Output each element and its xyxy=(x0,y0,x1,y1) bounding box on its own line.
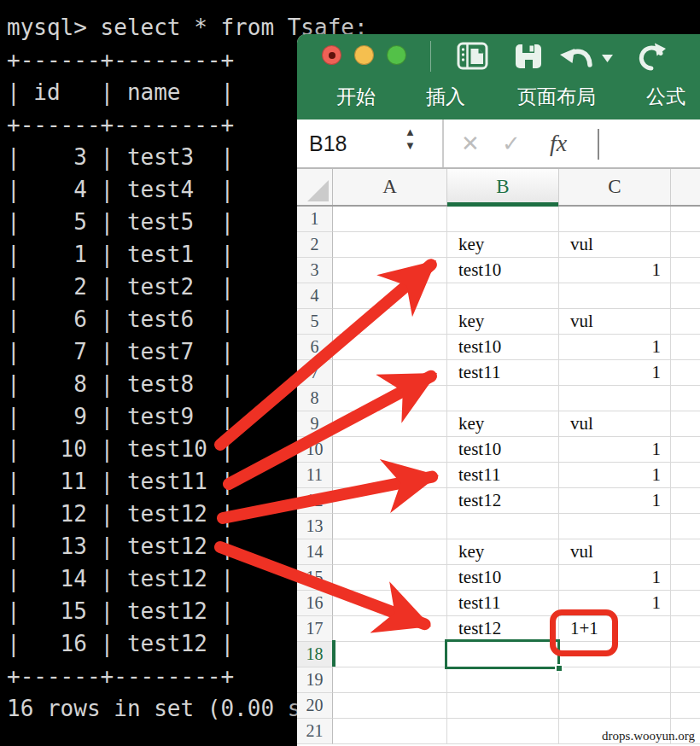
cell-c[interactable]: 1 xyxy=(559,565,671,591)
column-header-d[interactable] xyxy=(671,169,700,205)
cell-a[interactable] xyxy=(333,565,447,591)
name-box[interactable]: B18 ▲ ▼ xyxy=(297,119,444,167)
row-header-cell[interactable]: 19 xyxy=(297,667,333,693)
undo-icon[interactable] xyxy=(558,47,594,73)
cell-a[interactable] xyxy=(333,437,447,463)
row-header-cell[interactable]: 18 xyxy=(297,642,333,667)
cell-c[interactable]: 1 xyxy=(559,360,671,386)
row-header-cell[interactable]: 5 xyxy=(297,309,333,335)
cell-c[interactable] xyxy=(559,642,671,667)
tab-home[interactable]: 开始 xyxy=(336,77,376,119)
cell-c[interactable] xyxy=(559,283,671,309)
row-header-cell[interactable]: 16 xyxy=(297,591,333,616)
new-workbook-icon[interactable] xyxy=(457,42,488,70)
cell-b[interactable] xyxy=(447,693,559,719)
cell-a[interactable] xyxy=(333,309,447,335)
row-header-cell[interactable]: 8 xyxy=(297,386,333,411)
row-header-cell[interactable]: 9 xyxy=(297,411,333,437)
cell-d[interactable] xyxy=(671,335,700,360)
cancel-icon[interactable]: ✕ xyxy=(461,131,480,157)
row-header-cell[interactable]: 20 xyxy=(297,693,333,719)
cell-a[interactable] xyxy=(333,539,447,565)
cell-c[interactable]: vul xyxy=(559,309,671,335)
spinner-up-icon[interactable]: ▲ xyxy=(405,126,416,140)
cell-d[interactable] xyxy=(671,232,700,258)
cell-d[interactable] xyxy=(671,667,700,693)
row-header-cell[interactable]: 11 xyxy=(297,463,333,488)
row-header-cell[interactable]: 17 xyxy=(297,616,333,642)
tab-formulas[interactable]: 公式 xyxy=(646,77,685,119)
cell-b[interactable] xyxy=(447,386,559,411)
cell-a[interactable] xyxy=(333,360,447,386)
cell-b[interactable]: test11 xyxy=(447,591,559,616)
cell-a[interactable] xyxy=(333,207,447,232)
column-header-b[interactable]: B xyxy=(447,169,559,205)
cell-a[interactable] xyxy=(333,488,447,514)
cell-b[interactable] xyxy=(447,207,559,232)
cell-b[interactable]: test12 xyxy=(447,616,559,642)
row-header-cell[interactable]: 2 xyxy=(297,232,333,258)
cell-c[interactable]: 1 xyxy=(559,488,671,514)
cell-a[interactable] xyxy=(333,232,447,258)
cell-b[interactable]: test10 xyxy=(447,258,559,283)
cell-a[interactable] xyxy=(333,616,447,642)
cell-d[interactable] xyxy=(671,591,700,616)
cell-d[interactable] xyxy=(671,693,700,719)
row-header-cell[interactable]: 4 xyxy=(297,283,333,309)
cell-c[interactable] xyxy=(559,514,671,539)
cell-b[interactable]: test11 xyxy=(447,463,559,488)
cell-b[interactable] xyxy=(447,719,559,744)
cell-d[interactable] xyxy=(671,411,700,437)
cell-a[interactable] xyxy=(333,719,447,744)
save-icon[interactable] xyxy=(515,44,542,69)
confirm-icon[interactable]: ✓ xyxy=(502,131,521,157)
cell-c[interactable] xyxy=(559,667,671,693)
fullscreen-button[interactable] xyxy=(387,45,406,65)
formula-input-caret[interactable] xyxy=(598,129,599,160)
cell-d[interactable] xyxy=(671,514,700,539)
cell-d[interactable] xyxy=(671,360,700,386)
row-header-cell[interactable]: 15 xyxy=(297,565,333,591)
select-all-corner[interactable] xyxy=(297,169,333,205)
cell-c[interactable] xyxy=(559,386,671,411)
cell-d[interactable] xyxy=(671,437,700,463)
cell-c[interactable]: 1 xyxy=(559,335,671,360)
row-header-cell[interactable]: 6 xyxy=(297,335,333,360)
row-header-cell[interactable]: 21 xyxy=(297,719,333,744)
cell-b[interactable]: test11 xyxy=(447,360,559,386)
cell-a[interactable] xyxy=(333,258,447,283)
row-header-cell[interactable]: 3 xyxy=(297,258,333,283)
cell-c[interactable]: vul xyxy=(559,232,671,258)
row-header-cell[interactable]: 10 xyxy=(297,437,333,463)
cell-d[interactable] xyxy=(671,207,700,232)
cell-b[interactable] xyxy=(447,283,559,309)
undo-dropdown-icon[interactable] xyxy=(602,55,613,62)
cell-b[interactable]: test12 xyxy=(447,488,559,514)
cell-b[interactable]: test10 xyxy=(447,335,559,360)
close-button[interactable] xyxy=(322,45,341,65)
row-header-cell[interactable]: 12 xyxy=(297,488,333,514)
cell-c[interactable]: 1 xyxy=(559,437,671,463)
cell-c[interactable] xyxy=(559,693,671,719)
cell-b[interactable]: key xyxy=(447,539,559,565)
cell-d[interactable] xyxy=(671,539,700,565)
cell-d[interactable] xyxy=(671,309,700,335)
cell-c[interactable]: 1 xyxy=(559,258,671,283)
minimize-button[interactable] xyxy=(354,45,374,65)
column-header-a[interactable]: A xyxy=(333,169,447,205)
cell-d[interactable] xyxy=(671,565,700,591)
cell-c[interactable]: 1+1 xyxy=(559,616,671,642)
tab-page-layout[interactable]: 页面布局 xyxy=(517,77,596,119)
cell-a[interactable] xyxy=(333,514,447,539)
fill-handle[interactable] xyxy=(555,664,563,673)
cell-b[interactable]: key xyxy=(447,411,559,437)
cell-d[interactable] xyxy=(671,283,700,309)
cell-b[interactable]: test10 xyxy=(447,565,559,591)
cell-c[interactable] xyxy=(559,207,671,232)
cell-d[interactable] xyxy=(671,258,700,283)
cell-c[interactable]: 1 xyxy=(559,591,671,616)
cell-b[interactable]: key xyxy=(447,232,559,258)
cell-b[interactable] xyxy=(447,667,559,693)
row-header-cell[interactable]: 13 xyxy=(297,514,333,539)
cell-d[interactable] xyxy=(671,463,700,488)
